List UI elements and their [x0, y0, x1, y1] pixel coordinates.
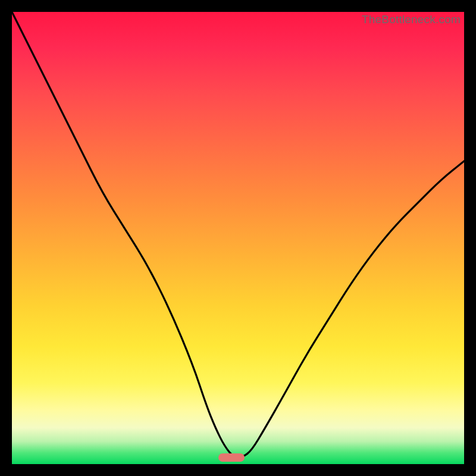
chart-frame: TheBottleneck.com: [0, 0, 476, 476]
curve-path: [12, 12, 464, 458]
watermark-text: TheBottleneck.com: [362, 13, 461, 26]
optimal-marker: [218, 453, 245, 462]
plot-area: TheBottleneck.com: [12, 12, 464, 464]
bottleneck-curve: [12, 12, 464, 464]
